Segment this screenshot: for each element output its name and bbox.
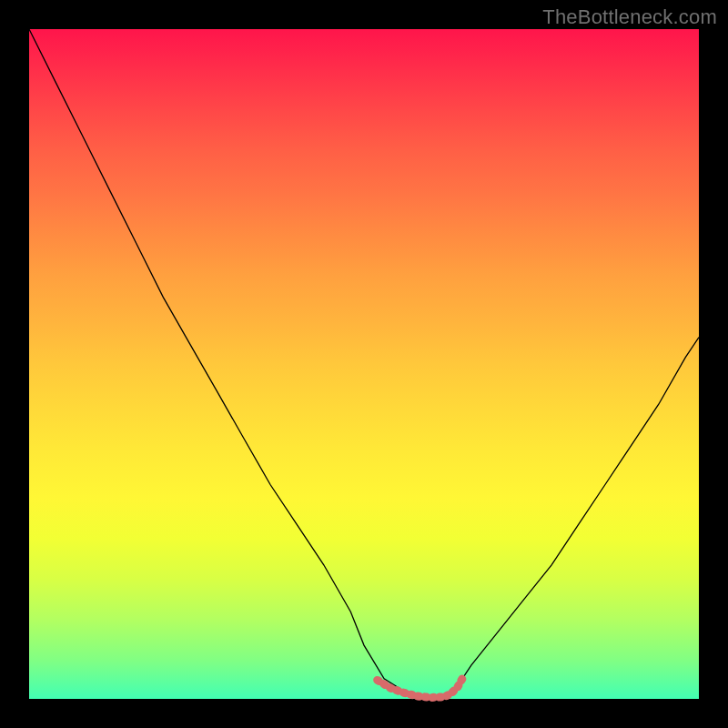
curve-svg [29,29,699,699]
bottleneck-curve [29,29,699,699]
flat-bottom-marker-line [378,675,465,698]
chart-canvas: TheBottleneck.com [0,0,728,728]
plot-area [29,29,699,699]
watermark-text: TheBottleneck.com [542,5,717,29]
